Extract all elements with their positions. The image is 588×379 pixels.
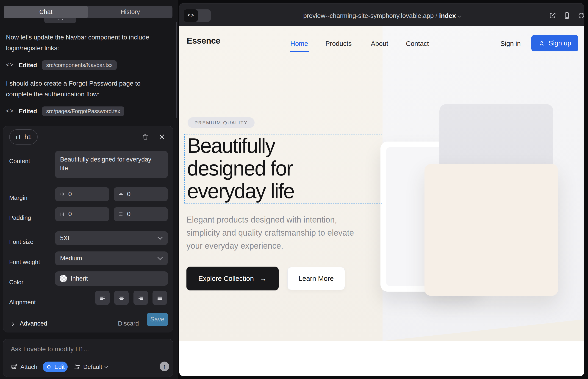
edited-file-row[interactable]: <> Edited src/pages/ForgotPassword.tsx bbox=[6, 106, 124, 116]
font-weight-select[interactable]: Medium bbox=[55, 252, 168, 265]
edit-mode-button[interactable]: Edit bbox=[43, 362, 68, 372]
chat-history-tabs: Chat History bbox=[4, 6, 172, 18]
sign-in-link[interactable]: Sign in bbox=[500, 40, 521, 47]
trash-icon bbox=[142, 133, 149, 141]
discard-button[interactable]: Discard bbox=[118, 320, 139, 327]
sign-up-button[interactable]: Sign up bbox=[531, 35, 578, 51]
margin-x-icon bbox=[59, 191, 65, 197]
edited-file-row[interactable]: <> Edited src/components/Navbar.tsx bbox=[6, 60, 117, 70]
user-icon bbox=[539, 40, 545, 47]
save-button[interactable]: Save bbox=[147, 313, 168, 326]
edit-label: Edit bbox=[54, 363, 65, 371]
sliders-icon bbox=[74, 363, 80, 370]
margin-x-input[interactable]: 0 bbox=[55, 187, 109, 201]
attach-button[interactable]: Attach bbox=[11, 362, 37, 372]
content-input[interactable]: Beautifully designed for everyday life bbox=[55, 151, 168, 178]
sign-up-label: Sign up bbox=[549, 39, 571, 47]
nav-link-home[interactable]: Home bbox=[290, 40, 308, 47]
file-chip[interactable]: src/pages/ForgotPassword.tsx bbox=[42, 107, 124, 116]
send-button[interactable]: ↑ bbox=[160, 362, 169, 371]
align-left-icon bbox=[99, 294, 106, 301]
chevron-down-icon bbox=[157, 235, 163, 240]
type-icon: TT bbox=[15, 134, 21, 141]
attach-image-icon bbox=[11, 363, 18, 370]
url-bar[interactable]: preview--charming-site-symphony.lovable.… bbox=[179, 12, 585, 19]
align-justify-button[interactable] bbox=[153, 291, 167, 305]
margin-y-input[interactable]: 0 bbox=[114, 187, 168, 201]
close-panel-button[interactable] bbox=[157, 132, 167, 141]
open-external-button[interactable] bbox=[549, 12, 556, 19]
font-size-select[interactable]: 5XL bbox=[55, 231, 168, 245]
active-nav-underline bbox=[290, 51, 309, 52]
padding-x-input[interactable]: 0 bbox=[55, 207, 109, 221]
scrollbar-thumb[interactable] bbox=[176, 22, 177, 118]
app-root: Chat History Now let's update the Navbar… bbox=[0, 0, 588, 379]
close-icon bbox=[158, 133, 165, 140]
attach-label: Attach bbox=[20, 363, 37, 371]
padding-y-input[interactable]: 0 bbox=[114, 207, 168, 221]
url-page[interactable]: index bbox=[439, 12, 456, 19]
external-link-icon bbox=[549, 12, 556, 19]
chevron-down-icon bbox=[458, 14, 461, 18]
font-weight-label: Font weight bbox=[9, 259, 40, 266]
hero-badge: PREMIUM QUALITY bbox=[187, 117, 255, 128]
align-right-icon bbox=[137, 294, 144, 301]
chevron-down-icon bbox=[157, 255, 163, 260]
nav-link-products[interactable]: Products bbox=[325, 40, 352, 47]
target-icon bbox=[46, 364, 52, 370]
url-host: preview--charming-site-symphony.lovable.… bbox=[303, 12, 434, 19]
chevron-down-icon bbox=[104, 364, 108, 368]
next-section-background bbox=[179, 341, 584, 376]
arrow-up-icon: ↑ bbox=[163, 363, 166, 370]
padding-label: Padding bbox=[9, 214, 31, 221]
chat-composer: Ask Lovable to modify H1... Attach Edit bbox=[3, 339, 173, 377]
nav-link-about[interactable]: About bbox=[371, 40, 388, 47]
explore-collection-button[interactable]: Explore Collection → bbox=[186, 267, 279, 290]
clipped-chip bbox=[44, 18, 76, 23]
assistant-message: Now let's update the Navbar component to… bbox=[6, 32, 153, 53]
code-icon: <> bbox=[6, 108, 14, 115]
font-size-label: Font size bbox=[9, 238, 33, 245]
padding-x-icon bbox=[59, 211, 65, 217]
align-justify-icon bbox=[156, 294, 163, 301]
file-chip[interactable]: src/components/Navbar.tsx bbox=[42, 60, 117, 70]
tab-history[interactable]: History bbox=[88, 6, 172, 18]
selected-element-tag: TT h1 bbox=[9, 129, 38, 144]
decor-cream-card bbox=[424, 164, 558, 296]
nav-link-contact[interactable]: Contact bbox=[406, 40, 429, 47]
site-brand[interactable]: Essence bbox=[187, 36, 220, 46]
hero-description: Elegant products designed with intention… bbox=[186, 213, 365, 252]
mobile-device-icon bbox=[563, 12, 571, 19]
assistant-message: I should also create a Forgot Password p… bbox=[6, 78, 153, 100]
mobile-preview-button[interactable] bbox=[563, 12, 571, 19]
advanced-toggle[interactable] bbox=[11, 323, 14, 327]
preview-browser-frame: <> preview--charming-site-symphony.lovab… bbox=[179, 3, 584, 376]
element-editor-panel: TT h1 Content Beautif bbox=[3, 126, 173, 332]
composer-input[interactable]: Ask Lovable to modify H1... bbox=[11, 346, 89, 353]
tag-name: h1 bbox=[25, 133, 32, 141]
mode-selector[interactable]: Default bbox=[74, 362, 108, 372]
align-center-button[interactable] bbox=[114, 291, 129, 305]
align-left-button[interactable] bbox=[95, 291, 110, 305]
code-icon: <> bbox=[6, 62, 14, 69]
lovable-sidebar: Chat History Now let's update the Navbar… bbox=[0, 0, 178, 379]
h1-selection-outline[interactable]: Beautifully designed for everyday life bbox=[184, 134, 382, 204]
align-center-icon bbox=[118, 294, 125, 301]
mode-label: Default bbox=[83, 363, 102, 371]
url-separator: / bbox=[434, 12, 439, 19]
color-swatch bbox=[60, 275, 67, 282]
explore-collection-label: Explore Collection bbox=[198, 275, 254, 283]
refresh-button[interactable] bbox=[577, 12, 585, 19]
margin-label: Margin bbox=[9, 194, 27, 201]
arrow-right-icon: → bbox=[260, 275, 267, 283]
edited-label: Edited bbox=[19, 108, 37, 115]
color-label: Color bbox=[9, 279, 23, 286]
hero-heading[interactable]: Beautifully designed for everyday life bbox=[187, 134, 355, 203]
align-right-button[interactable] bbox=[134, 291, 148, 305]
advanced-label[interactable]: Advanced bbox=[20, 320, 47, 327]
learn-more-button[interactable]: Learn More bbox=[287, 267, 345, 290]
tab-chat[interactable]: Chat bbox=[4, 6, 88, 18]
delete-element-button[interactable] bbox=[141, 132, 150, 141]
color-select[interactable]: Inherit bbox=[55, 271, 168, 286]
edited-label: Edited bbox=[19, 62, 37, 69]
